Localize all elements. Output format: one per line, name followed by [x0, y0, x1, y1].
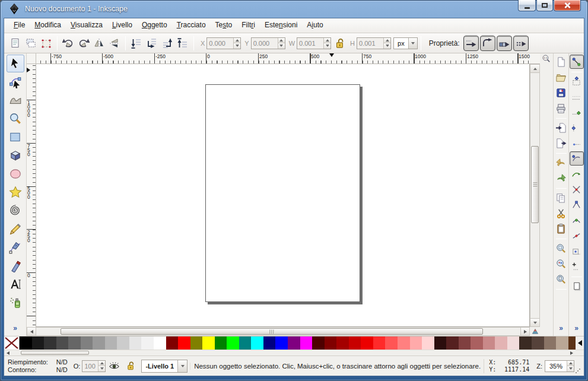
color-swatch[interactable]	[129, 336, 142, 350]
tool-node-editor[interactable]	[7, 73, 24, 91]
menu-aiuto[interactable]: Aiuto	[302, 18, 328, 33]
undo-button[interactable]	[554, 155, 568, 170]
color-swatch[interactable]	[154, 336, 166, 350]
canvas-viewport[interactable]	[36, 64, 530, 327]
color-swatch[interactable]	[422, 336, 434, 350]
menu-testo[interactable]: Testo	[211, 18, 237, 33]
snap-rotation-center-button[interactable]	[570, 259, 584, 274]
color-swatch[interactable]	[68, 336, 81, 350]
vertical-scrollbar-thumb[interactable]	[531, 146, 539, 223]
tool-box-3d[interactable]	[7, 147, 24, 164]
zoom-input[interactable]	[545, 363, 567, 370]
scroll-right-button[interactable]	[520, 328, 529, 335]
deselect-button[interactable]	[39, 36, 54, 51]
color-swatch[interactable]	[519, 336, 532, 350]
new-document-button[interactable]	[554, 55, 568, 69]
rotate-90-ccw-button[interactable]	[61, 36, 76, 51]
tool-selector[interactable]	[7, 55, 24, 72]
menu-oggetto[interactable]: Oggetto	[137, 18, 172, 33]
tool-zoom[interactable]	[7, 110, 24, 128]
color-swatch[interactable]	[178, 336, 190, 350]
color-swatch[interactable]	[239, 336, 252, 350]
color-swatch[interactable]	[141, 336, 154, 350]
snap-bounding-box-button[interactable]	[570, 74, 584, 88]
color-swatch[interactable]	[507, 336, 520, 350]
select-all-in-all-layers-button[interactable]	[23, 36, 39, 51]
lower-to-bottom-button[interactable]	[129, 36, 144, 51]
color-swatch[interactable]	[495, 336, 507, 350]
swatch-no-color[interactable]	[4, 336, 20, 350]
menu-livello[interactable]: Livello	[107, 18, 137, 33]
tool-calligraphy[interactable]	[7, 257, 24, 275]
color-swatch[interactable]	[44, 336, 56, 350]
scroll-left-button[interactable]	[27, 328, 36, 335]
zoom-drawing-button[interactable]	[554, 256, 568, 271]
color-swatch[interactable]	[325, 336, 337, 350]
color-swatch[interactable]	[288, 336, 300, 350]
save-document-button[interactable]	[554, 85, 568, 100]
snap-master-button[interactable]	[570, 55, 584, 69]
color-swatch[interactable]	[471, 336, 483, 350]
palette-overflow-button[interactable]	[576, 336, 584, 350]
flip-vertical-button[interactable]	[107, 36, 122, 51]
close-button[interactable]	[554, 0, 581, 11]
color-swatch[interactable]	[336, 336, 349, 350]
move-gradients-toggle[interactable]	[497, 36, 512, 51]
tool-bezier-pen[interactable]	[7, 239, 24, 256]
color-swatch[interactable]	[275, 336, 288, 350]
tool-text[interactable]	[7, 275, 24, 293]
menu-visualizza[interactable]: Visualizza	[66, 18, 107, 33]
color-swatch[interactable]	[544, 336, 557, 350]
palette-scroll-left-icon[interactable]	[7, 351, 9, 355]
palette-scroll-right-icon[interactable]	[570, 351, 573, 355]
horizontal-scrollbar[interactable]	[27, 327, 530, 336]
color-swatch[interactable]	[410, 336, 422, 350]
color-swatch[interactable]	[105, 336, 117, 350]
snap-bbox-centers-button[interactable]	[570, 136, 584, 150]
snap-page-border-button[interactable]	[570, 279, 584, 293]
rotate-90-cw-button[interactable]	[76, 36, 91, 51]
print-button[interactable]	[554, 101, 568, 115]
scale-rounded-corners-toggle[interactable]	[480, 36, 495, 51]
unit-selector[interactable]: px	[393, 37, 418, 49]
fill-stroke-indicator[interactable]: Riempimento: N/D Contorno: N/D	[8, 358, 68, 373]
lower-one-step-button[interactable]	[144, 36, 160, 51]
maximize-button[interactable]	[536, 0, 553, 11]
color-swatch[interactable]	[56, 336, 69, 350]
snap-smooth-nodes-button[interactable]	[570, 213, 584, 227]
scale-stroke-width-toggle[interactable]	[463, 36, 479, 51]
w-spinner[interactable]	[323, 38, 330, 49]
color-management-toggle[interactable]	[530, 327, 540, 336]
toolbox-expander[interactable]: »	[13, 322, 17, 336]
tool-rectangle[interactable]	[7, 128, 24, 146]
horizontal-scrollbar-thumb[interactable]	[61, 328, 483, 335]
layer-visibility-toggle[interactable]	[107, 359, 121, 373]
color-swatch[interactable]	[190, 336, 203, 350]
minimize-button[interactable]	[518, 0, 536, 11]
select-all-button[interactable]	[8, 36, 23, 51]
h-spinner[interactable]	[383, 38, 390, 49]
tool-spray[interactable]	[7, 294, 24, 312]
color-swatch[interactable]	[373, 336, 386, 350]
y-input[interactable]	[252, 40, 278, 47]
zoom-page-button[interactable]	[554, 272, 568, 286]
color-swatch[interactable]	[434, 336, 447, 350]
snap-cusp-nodes-button[interactable]	[570, 198, 584, 212]
paste-button[interactable]	[554, 221, 568, 236]
color-swatch[interactable]	[361, 336, 373, 350]
color-swatch[interactable]	[312, 336, 325, 350]
zoom-1-1-button[interactable]: 1:1	[540, 53, 553, 64]
snap-bar-expander[interactable]: »	[574, 322, 579, 336]
tool-spiral[interactable]	[7, 202, 24, 220]
menu-filtri[interactable]: Filtri	[237, 18, 260, 33]
color-swatch[interactable]	[263, 336, 276, 350]
scroll-down-button[interactable]	[530, 318, 539, 326]
opacity-input[interactable]	[82, 363, 98, 370]
lock-width-height-toggle[interactable]	[333, 37, 347, 50]
color-swatch[interactable]	[459, 336, 471, 350]
palette-scrollbar[interactable]	[4, 350, 584, 355]
snap-object-centers-button[interactable]	[570, 244, 584, 258]
move-patterns-toggle[interactable]	[513, 36, 529, 51]
color-swatch[interactable]	[385, 336, 398, 350]
h-input[interactable]	[357, 40, 383, 47]
